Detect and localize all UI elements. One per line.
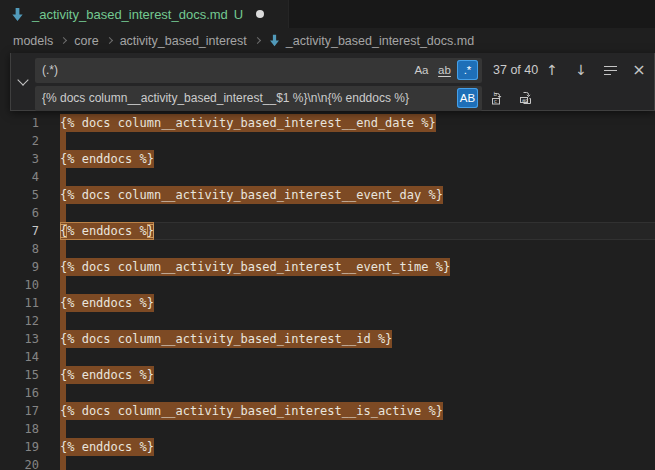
- replace-input[interactable]: {% docs column__activity_based_interest_…: [35, 86, 482, 111]
- line-content[interactable]: {% docs column__activity_based_interest_…: [60, 402, 655, 420]
- toggle-replace-button[interactable]: [11, 53, 34, 110]
- line-content[interactable]: [60, 204, 655, 222]
- line-number[interactable]: 19: [0, 438, 60, 456]
- line-content[interactable]: [60, 384, 655, 402]
- line-number[interactable]: 8: [0, 240, 60, 258]
- line-content[interactable]: {% enddocs %}: [60, 294, 655, 312]
- line-content[interactable]: [60, 276, 655, 294]
- selection-lines-icon: [604, 66, 617, 75]
- line-number[interactable]: 14: [0, 348, 60, 366]
- replace-all-button[interactable]: ac: [518, 90, 534, 106]
- find-match-highlight: {% docs column__activity_based_interest_…: [60, 258, 450, 276]
- find-actions: ↑ ↓ ×: [544, 62, 647, 78]
- line-content[interactable]: {% enddocs %}: [60, 366, 655, 384]
- line-number[interactable]: 15: [0, 366, 60, 384]
- tab-bar: _activity_based_interest_docs.md U: [0, 0, 655, 28]
- code-line[interactable]: 14: [0, 348, 655, 366]
- line-number[interactable]: 18: [0, 420, 60, 438]
- match-case-button[interactable]: Aa: [411, 60, 432, 80]
- code-line[interactable]: 15{% enddocs %}: [0, 366, 655, 384]
- replace-icon: c b: [490, 90, 506, 106]
- line-number[interactable]: 1: [0, 114, 60, 132]
- tab-filename: _activity_based_interest_docs.md: [32, 7, 228, 22]
- next-match-button[interactable]: ↓: [573, 62, 589, 78]
- code-line[interactable]: 18: [0, 420, 655, 438]
- line-number[interactable]: 4: [0, 168, 60, 186]
- line-number[interactable]: 17: [0, 402, 60, 420]
- find-match-empty-line: [60, 384, 66, 402]
- code-line[interactable]: 13{% docs column__activity_based_interes…: [0, 330, 655, 348]
- line-number[interactable]: 16: [0, 384, 60, 402]
- line-content[interactable]: [60, 132, 655, 150]
- line-number[interactable]: 7: [0, 222, 60, 240]
- code-line[interactable]: 8: [0, 240, 655, 258]
- close-button[interactable]: ×: [631, 62, 647, 78]
- line-number[interactable]: 5: [0, 186, 60, 204]
- find-in-selection-button[interactable]: [602, 62, 618, 78]
- code-line[interactable]: 20: [0, 456, 655, 470]
- line-number[interactable]: 10: [0, 276, 60, 294]
- code-line[interactable]: 6: [0, 204, 655, 222]
- line-content[interactable]: [60, 348, 655, 366]
- line-number[interactable]: 12: [0, 312, 60, 330]
- line-content[interactable]: [60, 456, 655, 470]
- code-line[interactable]: 7{% enddocs %}: [0, 222, 655, 240]
- line-content[interactable]: {% enddocs %}: [60, 150, 655, 168]
- vscode-window: _activity_based_interest_docs.md U model…: [0, 0, 655, 470]
- line-number[interactable]: 6: [0, 204, 60, 222]
- find-match-highlight: {% docs column__activity_based_interest_…: [60, 186, 443, 204]
- breadcrumb-item-activity-based-interest[interactable]: activity_based_interest: [120, 34, 247, 48]
- code-line[interactable]: 9{% docs column__activity_based_interest…: [0, 258, 655, 276]
- unsaved-changes-dot[interactable]: [256, 10, 264, 18]
- code-line[interactable]: 10: [0, 276, 655, 294]
- code-line[interactable]: 16: [0, 384, 655, 402]
- matching-bracket: }: [147, 224, 154, 238]
- line-content[interactable]: {% docs column__activity_based_interest_…: [60, 258, 655, 276]
- line-content[interactable]: [60, 420, 655, 438]
- line-number[interactable]: 2: [0, 132, 60, 150]
- line-number[interactable]: 11: [0, 294, 60, 312]
- code-line[interactable]: 17{% docs column__activity_based_interes…: [0, 402, 655, 420]
- code-line[interactable]: 5{% docs column__activity_based_interest…: [0, 186, 655, 204]
- line-content[interactable]: [60, 168, 655, 186]
- line-number[interactable]: 13: [0, 330, 60, 348]
- regex-button[interactable]: .*: [457, 60, 478, 80]
- markdown-file-icon: [268, 34, 281, 47]
- breadcrumb-item-models[interactable]: models: [13, 34, 53, 48]
- line-content[interactable]: {% docs column__activity_based_interest_…: [60, 114, 655, 132]
- preserve-case-button[interactable]: AB: [457, 88, 478, 108]
- editor-code-area[interactable]: 1{% docs column__activity_based_interest…: [0, 53, 655, 470]
- find-input-value: (.*): [42, 63, 409, 77]
- code-line[interactable]: 3{% enddocs %}: [0, 150, 655, 168]
- editor-tab[interactable]: _activity_based_interest_docs.md U: [0, 0, 289, 28]
- line-content[interactable]: {% enddocs %}: [60, 222, 655, 240]
- line-content[interactable]: [60, 312, 655, 330]
- replace-button[interactable]: c b: [490, 90, 506, 106]
- code-line[interactable]: 1{% docs column__activity_based_interest…: [0, 114, 655, 132]
- code-line[interactable]: 19{% enddocs %}: [0, 438, 655, 456]
- code-line[interactable]: 12: [0, 312, 655, 330]
- find-input[interactable]: (.*) Aa ab .*: [35, 58, 482, 83]
- breadcrumb-item-core[interactable]: core: [74, 34, 98, 48]
- line-content[interactable]: {% docs column__activity_based_interest_…: [60, 330, 655, 348]
- replace-actions: c b ac: [490, 90, 534, 106]
- code-line[interactable]: 4: [0, 168, 655, 186]
- line-content[interactable]: {% enddocs %}: [60, 438, 655, 456]
- find-match-empty-line: [60, 204, 66, 222]
- line-content[interactable]: {% docs column__activity_based_interest_…: [60, 186, 655, 204]
- line-number[interactable]: 3: [0, 150, 60, 168]
- code-lines: 1{% docs column__activity_based_interest…: [0, 53, 655, 470]
- find-match-empty-line: [60, 168, 66, 186]
- breadcrumb-item-file[interactable]: _activity_based_interest_docs.md: [286, 34, 474, 48]
- find-match-highlight: {% enddocs %}: [60, 438, 154, 456]
- previous-match-button[interactable]: ↑: [544, 62, 560, 78]
- line-number[interactable]: 20: [0, 456, 60, 470]
- find-replace-widget: (.*) Aa ab .* 37 of 40 ↑ ↓ × {% docs: [10, 53, 655, 111]
- line-number[interactable]: 9: [0, 258, 60, 276]
- line-content[interactable]: [60, 240, 655, 258]
- code-line[interactable]: 11{% enddocs %}: [0, 294, 655, 312]
- find-match-empty-line: [60, 132, 66, 150]
- whole-word-button[interactable]: ab: [434, 60, 455, 80]
- code-line[interactable]: 2: [0, 132, 655, 150]
- chevron-right-icon: [254, 37, 261, 44]
